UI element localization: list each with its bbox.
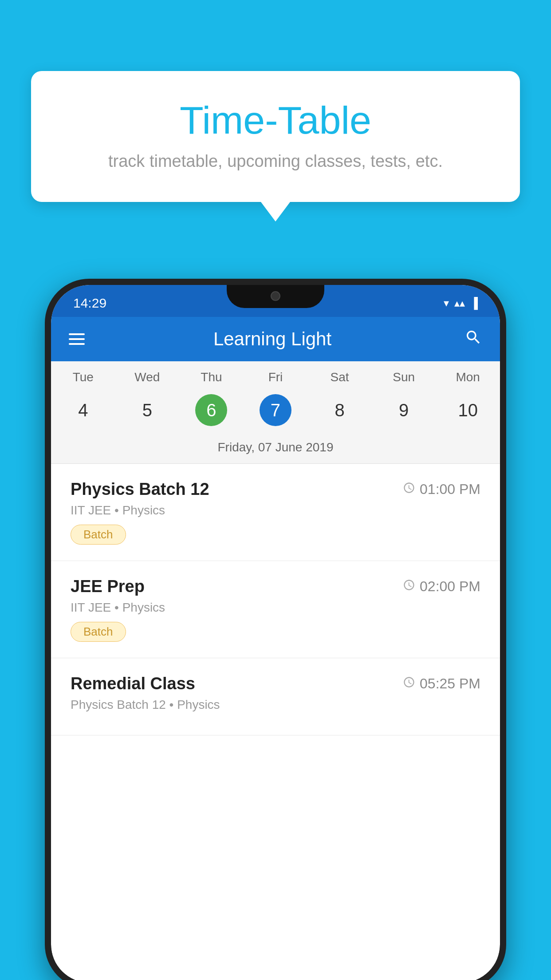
day-header: Sat <box>307 370 372 384</box>
day-number-cell[interactable]: 5 <box>115 393 180 427</box>
tooltip-subtitle: track timetable, upcoming classes, tests… <box>53 152 498 171</box>
schedule-item[interactable]: JEE Prep02:00 PMIIT JEE • PhysicsBatch <box>51 561 500 658</box>
day-number[interactable]: 8 <box>335 393 344 427</box>
schedule-item[interactable]: Physics Batch 1201:00 PMIIT JEE • Physic… <box>51 464 500 561</box>
phone-notch <box>227 285 324 308</box>
screen-content: 14:29 ▾ ▴▴ ▐ Learning Light <box>51 285 500 980</box>
day-number-cell[interactable]: 10 <box>436 393 500 427</box>
day-headers: TueWedThuFriSatSunMon <box>51 361 500 389</box>
day-header: Mon <box>436 370 500 384</box>
status-time: 14:29 <box>73 296 106 311</box>
schedule-list: Physics Batch 1201:00 PMIIT JEE • Physic… <box>51 464 500 735</box>
tooltip-card: Time-Table track timetable, upcoming cla… <box>31 71 520 202</box>
day-number-cell[interactable]: 6 <box>179 393 244 427</box>
day-number[interactable]: 7 <box>260 394 291 426</box>
schedule-time-text: 05:25 PM <box>420 676 480 692</box>
schedule-time: 05:25 PM <box>403 676 480 692</box>
day-number[interactable]: 9 <box>399 393 409 427</box>
day-header: Wed <box>115 370 180 384</box>
search-icon[interactable] <box>464 328 482 350</box>
app-bar: Learning Light <box>51 317 500 361</box>
status-icons: ▾ ▴▴ ▐ <box>444 297 478 309</box>
day-number-cell[interactable]: 7 <box>244 393 308 427</box>
schedule-time: 01:00 PM <box>403 481 480 498</box>
day-number[interactable]: 5 <box>142 393 152 427</box>
day-header: Sun <box>372 370 436 384</box>
day-number-cell[interactable]: 9 <box>372 393 436 427</box>
schedule-item-header: Physics Batch 1201:00 PM <box>71 480 480 499</box>
day-header: Fri <box>244 370 308 384</box>
schedule-title: Physics Batch 12 <box>71 480 209 499</box>
clock-icon <box>403 676 415 692</box>
schedule-time: 02:00 PM <box>403 578 480 595</box>
schedule-item-header: Remedial Class05:25 PM <box>71 674 480 693</box>
schedule-title: JEE Prep <box>71 577 145 596</box>
day-number[interactable]: 6 <box>195 394 227 426</box>
day-numbers: 45678910 <box>51 389 500 436</box>
calendar-section: TueWedThuFriSatSunMon 45678910 Friday, 0… <box>51 361 500 464</box>
signal-icon: ▴▴ <box>454 297 465 309</box>
battery-icon: ▐ <box>470 297 478 309</box>
schedule-item-header: JEE Prep02:00 PM <box>71 577 480 596</box>
day-number[interactable]: 4 <box>78 393 88 427</box>
schedule-time-text: 02:00 PM <box>420 578 480 595</box>
phone-frame: 14:29 ▾ ▴▴ ▐ Learning Light <box>45 279 506 980</box>
clock-icon <box>403 481 415 498</box>
day-number-cell[interactable]: 8 <box>307 393 372 427</box>
app-title: Learning Light <box>94 328 451 350</box>
tooltip-title: Time-Table <box>53 98 498 143</box>
batch-badge: Batch <box>71 525 126 545</box>
clock-icon <box>403 578 415 595</box>
schedule-time-text: 01:00 PM <box>420 481 480 498</box>
phone-screen: 14:29 ▾ ▴▴ ▐ Learning Light <box>51 285 500 980</box>
schedule-subtitle: IIT JEE • Physics <box>71 503 480 518</box>
date-label: Friday, 07 June 2019 <box>51 436 500 464</box>
wifi-icon: ▾ <box>444 297 449 309</box>
day-number[interactable]: 10 <box>458 393 478 427</box>
menu-icon[interactable] <box>69 333 85 345</box>
day-header: Thu <box>179 370 244 384</box>
schedule-title: Remedial Class <box>71 674 195 693</box>
schedule-item[interactable]: Remedial Class05:25 PMPhysics Batch 12 •… <box>51 658 500 735</box>
day-header: Tue <box>51 370 115 384</box>
schedule-subtitle: Physics Batch 12 • Physics <box>71 698 480 712</box>
day-number-cell[interactable]: 4 <box>51 393 115 427</box>
phone-camera <box>271 291 280 301</box>
batch-badge: Batch <box>71 622 126 642</box>
schedule-subtitle: IIT JEE • Physics <box>71 601 480 615</box>
